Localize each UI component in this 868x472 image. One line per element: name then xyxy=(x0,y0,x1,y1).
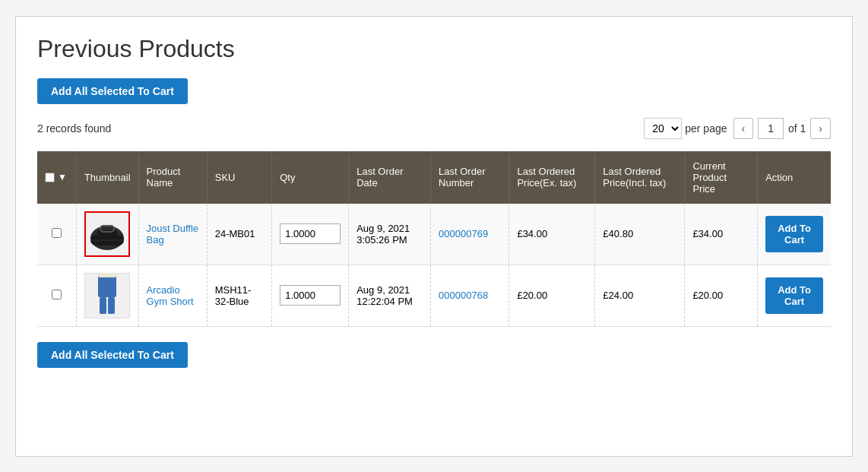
page-navigation: ‹ 1 of 1 › xyxy=(733,118,832,139)
select-all-checkbox[interactable] xyxy=(45,173,55,182)
order-number-link[interactable]: 000000769 xyxy=(439,228,488,239)
prev-page-button[interactable]: ‹ xyxy=(733,118,754,139)
bottom-button-area: Add All Selected To Cart xyxy=(37,342,831,382)
header-sku: SKU xyxy=(207,151,271,204)
header-qty: Qty xyxy=(272,151,349,204)
qty-cell xyxy=(272,204,349,265)
product-table: ▼ Thumbnail Product Name SKU Qty Last Or… xyxy=(37,151,831,327)
add-all-bottom-button[interactable]: Add All Selected To Cart xyxy=(37,342,188,368)
per-page-dropdown[interactable]: 20 30 50 xyxy=(644,118,682,139)
header-thumbnail: Thumbnail xyxy=(76,151,138,204)
product-thumbnail xyxy=(84,211,130,257)
order-number-link[interactable]: 000000768 xyxy=(439,290,488,301)
row-checkbox-cell xyxy=(37,265,76,326)
header-last-order-date: Last Order Date xyxy=(349,151,431,204)
toolbar: 2 records found 20 30 50 per page ‹ 1 of… xyxy=(37,118,831,139)
row-checkbox[interactable] xyxy=(52,290,62,299)
qty-cell xyxy=(272,265,349,326)
svg-rect-7 xyxy=(108,297,115,314)
product-name-cell: Joust Duffle Bag xyxy=(138,204,207,265)
product-name-link[interactable]: Arcadio Gym Short xyxy=(147,284,194,307)
last-price-ex-cell: £20.00 xyxy=(509,265,595,326)
product-name-link[interactable]: Joust Duffle Bag xyxy=(147,223,198,246)
svg-rect-5 xyxy=(98,274,116,297)
svg-rect-6 xyxy=(100,297,106,314)
header-current-price: Current Product Price xyxy=(685,151,758,204)
header-product-name: Product Name xyxy=(138,151,207,204)
records-found: 2 records found xyxy=(37,122,111,135)
pagination-controls: 20 30 50 per page ‹ 1 of 1 › xyxy=(644,118,831,139)
action-cell: Add To Cart xyxy=(758,204,831,265)
qty-input[interactable] xyxy=(280,223,341,244)
row-checkbox[interactable] xyxy=(52,228,62,238)
header-last-price-ex: Last Ordered Price(Ex. tax) xyxy=(509,151,595,204)
current-price-cell: £20.00 xyxy=(685,265,758,326)
last-price-incl-cell: £40.80 xyxy=(595,204,685,265)
sku-cell: MSH11-32-Blue xyxy=(207,265,271,326)
add-to-cart-button[interactable]: Add To Cart xyxy=(765,277,823,314)
page-title: Previous Products xyxy=(37,35,831,63)
header-action: Action xyxy=(758,151,831,204)
product-thumbnail xyxy=(84,273,130,318)
table-header-row: ▼ Thumbnail Product Name SKU Qty Last Or… xyxy=(37,151,831,204)
checkbox-dropdown-button[interactable]: ▼ xyxy=(56,170,68,184)
add-to-cart-button[interactable]: Add To Cart xyxy=(765,216,823,252)
last-order-number-cell: 000000769 xyxy=(431,204,509,265)
header-checkbox-col: ▼ xyxy=(37,151,76,204)
next-page-button[interactable]: › xyxy=(810,118,831,139)
row-checkbox-cell xyxy=(37,204,76,265)
per-page-label: per page xyxy=(685,122,727,135)
last-order-number-cell: 000000768 xyxy=(431,265,509,326)
header-last-order-number: Last Order Number xyxy=(431,151,509,204)
product-name-cell: Arcadio Gym Short xyxy=(138,265,207,326)
total-pages-label: of 1 xyxy=(788,122,806,135)
table-row: Arcadio Gym ShortMSH11-32-BlueAug 9, 202… xyxy=(37,265,831,326)
last-order-date-cell: Aug 9, 2021 3:05:26 PM xyxy=(349,204,431,265)
last-price-incl-cell: £24.00 xyxy=(595,265,685,326)
sku-cell: 24-MB01 xyxy=(207,204,271,265)
header-last-price-incl: Last Ordered Price(Incl. tax) xyxy=(595,151,685,204)
svg-rect-9 xyxy=(98,274,116,277)
page-wrapper: Previous Products Add All Selected To Ca… xyxy=(15,16,853,457)
current-page-display: 1 xyxy=(758,118,784,139)
last-price-ex-cell: £34.00 xyxy=(509,204,595,265)
current-price-cell: £34.00 xyxy=(685,204,758,265)
table-row: Joust Duffle Bag24-MB01Aug 9, 2021 3:05:… xyxy=(37,204,831,265)
thumbnail-cell xyxy=(76,204,138,265)
last-order-date-cell: Aug 9, 2021 12:22:04 PM xyxy=(349,265,431,326)
thumbnail-cell xyxy=(76,265,138,326)
qty-input[interactable] xyxy=(280,285,341,306)
add-all-top-button[interactable]: Add All Selected To Cart xyxy=(37,78,188,104)
action-cell: Add To Cart xyxy=(758,265,831,326)
per-page-select: 20 30 50 per page xyxy=(644,118,727,139)
